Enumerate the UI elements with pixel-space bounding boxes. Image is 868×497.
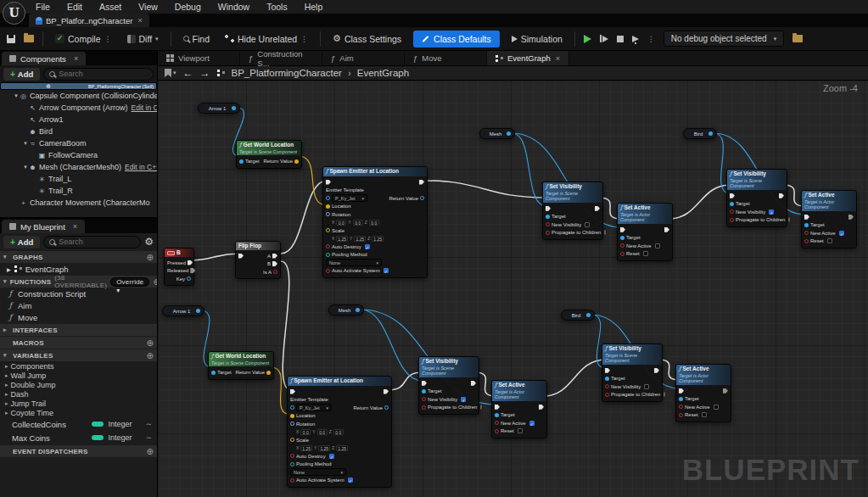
component-tree-row[interactable]: ✳Trail_L <box>0 173 157 185</box>
checkbox[interactable]: ✓ <box>839 231 844 236</box>
checkbox[interactable] <box>714 405 719 410</box>
tab-viewport[interactable]: Viewport <box>158 51 240 65</box>
override-dropdown[interactable]: Override ▾ <box>110 277 149 287</box>
vector-value-field[interactable]: 1.25 <box>336 445 348 451</box>
add-section-item-icon[interactable]: ⊕ <box>146 351 154 360</box>
node-set-visibility-bird-top[interactable]: ƒSet VisibilityTarget is Scene Component… <box>726 169 787 227</box>
node-set-visibility-bird-bottom[interactable]: ƒSet VisibilityTarget is Scene Component… <box>602 343 663 402</box>
node-flip-flop[interactable]: Flip FlopABIs A <box>235 241 281 279</box>
checkbox[interactable] <box>827 238 832 243</box>
bool-pin[interactable] <box>495 421 499 425</box>
exec-pin[interactable] <box>679 388 684 394</box>
bool-pin[interactable] <box>605 384 609 388</box>
edit-in-cpp-link[interactable]: Edit in C- <box>132 103 157 112</box>
exec-pin[interactable] <box>848 215 854 220</box>
exec-pin[interactable] <box>419 180 424 185</box>
vector-value-field[interactable]: 1.25 <box>372 236 384 242</box>
exec-pin[interactable] <box>495 405 500 410</box>
node-set-active-top-1[interactable]: ƒSet ActiveTarget is Actor ComponentTarg… <box>617 203 673 261</box>
obj-pin[interactable] <box>232 106 236 110</box>
rot-pin[interactable] <box>326 212 330 216</box>
breadcrumb-current[interactable]: EventGraph <box>357 68 409 78</box>
bool-pin[interactable] <box>730 209 734 214</box>
vector-value-field[interactable]: 1.25 <box>300 445 312 451</box>
bool-pin[interactable] <box>495 429 499 433</box>
variable-category-double-jump[interactable]: ▸Double Jump <box>0 380 157 389</box>
node-mesh-get-top[interactable]: Mesh <box>479 128 515 139</box>
tree-expander-icon[interactable]: ▸ <box>5 382 8 388</box>
checkbox[interactable] <box>585 222 590 227</box>
tree-expander-icon[interactable]: ▸ <box>7 265 11 274</box>
node-mesh-get-bottom[interactable]: Mesh <box>328 304 364 316</box>
node-set-visibility-mesh-bottom[interactable]: ƒSet VisibilityTarget is Scene Component… <box>418 356 479 415</box>
exec-pin[interactable] <box>779 193 784 198</box>
variable-category-dash[interactable]: ▸Dash <box>0 389 157 399</box>
vector-value-field[interactable]: 0.0 <box>369 220 379 226</box>
exec-pin[interactable] <box>723 388 728 394</box>
compile-button[interactable]: ✓ Compile ⋮ <box>52 31 115 47</box>
checkbox[interactable]: ✓ <box>365 244 370 249</box>
menu-item-asset[interactable]: Asset <box>99 2 121 12</box>
component-tree-row[interactable]: ☻BP_PlatformingCharacter (Self) <box>0 82 157 90</box>
dropdown[interactable]: None▾ <box>290 468 346 476</box>
obj-pin[interactable] <box>804 223 809 227</box>
exec-pin[interactable] <box>384 389 389 394</box>
bool-pin[interactable] <box>422 397 426 401</box>
obj-pin[interactable] <box>586 313 591 317</box>
add-component-button[interactable]: + Add <box>3 68 40 81</box>
bool-pin[interactable] <box>546 231 550 235</box>
exec-pin[interactable] <box>238 254 244 259</box>
checkbox[interactable]: ✓ <box>384 268 389 273</box>
save-icon[interactable] <box>7 35 15 43</box>
component-tree-row[interactable]: ▣FollowCamera <box>0 149 157 161</box>
node-set-active-top-2[interactable]: ƒSet ActiveTarget is Actor ComponentTarg… <box>801 190 857 248</box>
node-input-key-event[interactable]: BPressedReleasedKey <box>164 248 194 286</box>
enum-pin[interactable] <box>290 462 294 466</box>
node-bird-get-top[interactable]: Bird <box>683 128 717 139</box>
hide-unrelated-options-icon[interactable]: ⋮ <box>300 35 308 43</box>
vector-value-field[interactable]: 0.0 <box>317 429 328 435</box>
obj-pin[interactable] <box>196 309 200 313</box>
graph-item-eventgraph[interactable]: ▸EventGraph <box>0 263 157 275</box>
find-button[interactable]: Find <box>180 31 213 47</box>
vec-pin[interactable] <box>290 414 294 418</box>
bool-pin[interactable] <box>605 393 609 397</box>
variable-visibility-icon[interactable]: ∼ <box>145 420 152 428</box>
exec-pin[interactable] <box>188 260 193 265</box>
tree-expander-icon[interactable]: ▸ <box>5 410 8 416</box>
variable-category-jump-trail[interactable]: ▸Jump Trail <box>0 399 157 408</box>
bool-pin[interactable] <box>273 270 277 274</box>
simulation-button[interactable]: Simulation <box>508 31 566 47</box>
bookmarks-dropdown[interactable]: ▾ <box>165 69 176 77</box>
obj-pin[interactable] <box>620 236 624 240</box>
bool-pin[interactable] <box>804 239 809 243</box>
section-expander-icon[interactable]: ▾ <box>3 278 7 285</box>
checkbox[interactable]: ✓ <box>348 477 353 483</box>
vector-value-field[interactable]: 1.25 <box>354 236 366 242</box>
obj-pin[interactable] <box>420 196 424 200</box>
menu-item-view[interactable]: View <box>138 2 158 12</box>
vector-value-field[interactable]: 0.0 <box>300 429 311 435</box>
tree-expander-icon[interactable]: ▾ <box>22 164 29 170</box>
components-search[interactable] <box>43 68 154 81</box>
vec-pin[interactable] <box>326 204 330 209</box>
bool-pin[interactable] <box>422 405 426 410</box>
section-header-graphs[interactable]: ▾GRAPHS⊕ <box>0 251 157 263</box>
dropdown[interactable]: P_Ky_Jet▾ <box>332 194 367 202</box>
tree-expander-icon[interactable]: ▸ <box>5 372 8 379</box>
add-section-item-icon[interactable]: ⊕ <box>146 253 154 262</box>
checkbox[interactable]: ✓ <box>769 209 774 215</box>
advance-button[interactable] <box>632 36 639 42</box>
checkbox[interactable] <box>518 428 523 433</box>
variable-category-wall-jump[interactable]: ▸Wall Jump <box>0 371 157 380</box>
bool-pin[interactable] <box>679 405 683 409</box>
menu-item-tools[interactable]: Tools <box>266 2 288 12</box>
checkbox[interactable] <box>702 412 707 417</box>
function-item-aim[interactable]: ƒAim <box>0 299 157 311</box>
debug-object-dropdown[interactable]: No debug object selected ▾ <box>664 31 784 47</box>
class-defaults-button[interactable]: Class Defaults <box>413 31 500 47</box>
checkbox[interactable]: ✓ <box>461 397 466 402</box>
blueprint-canvas[interactable]: Arrow 1ƒGet World LocationTarget is Scen… <box>158 81 868 497</box>
obj-pin[interactable] <box>290 405 294 410</box>
forward-button[interactable]: → <box>200 68 210 78</box>
